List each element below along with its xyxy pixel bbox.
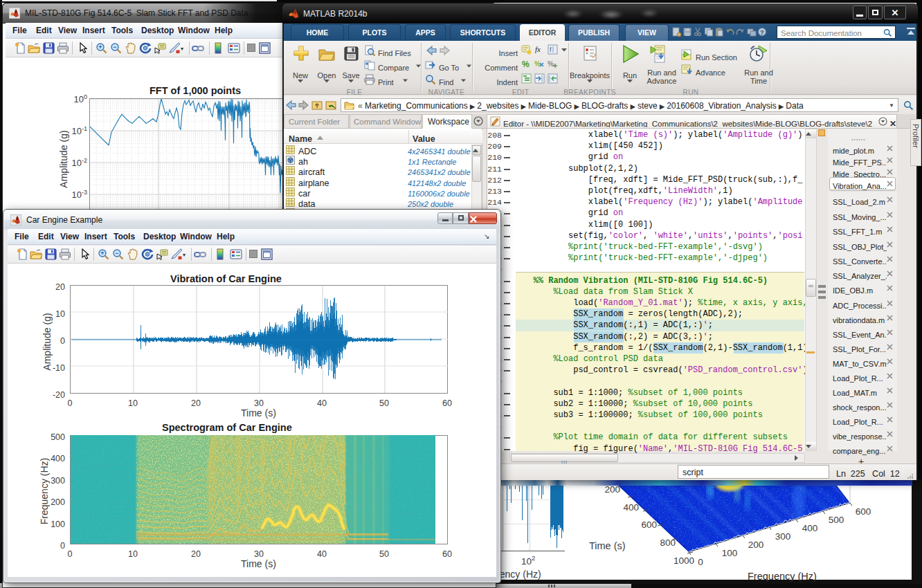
svg-text:%: % <box>534 60 541 68</box>
svg-text:fx: fx <box>535 45 541 53</box>
svg-text:?: ? <box>760 28 764 36</box>
svg-text:+: + <box>98 44 102 50</box>
svg-text:f: f <box>550 46 552 53</box>
svg-text:−: − <box>115 250 118 257</box>
svg-text:%: % <box>548 60 554 68</box>
svg-text:%: % <box>522 59 530 69</box>
svg-text:−: − <box>113 44 116 50</box>
svg-text:+: + <box>100 250 104 257</box>
